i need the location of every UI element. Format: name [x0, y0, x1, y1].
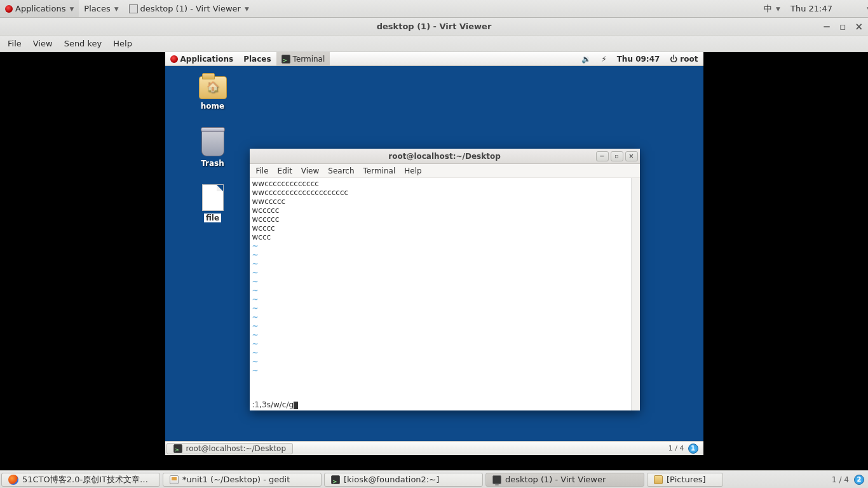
- chevron-down-icon: ▼: [776, 6, 780, 12]
- guest-places-label: Places: [243, 55, 271, 64]
- host-topbar-task[interactable]: desktop (1) - Virt Viewer ▼: [124, 0, 254, 17]
- file-icon: [202, 184, 224, 211]
- minimize-button[interactable]: −: [596, 151, 609, 161]
- guest-terminal-label: Terminal: [293, 55, 325, 64]
- monitor-icon: [492, 475, 501, 484]
- guest-volume-icon[interactable]: 🔉: [576, 55, 596, 64]
- terminal-line: wwccccc: [252, 197, 637, 206]
- window-thumb-icon: [129, 4, 138, 13]
- minimize-button[interactable]: −: [823, 21, 831, 32]
- terminal-line: wccccc: [252, 215, 637, 224]
- network-icon[interactable]: [837, 4, 848, 13]
- virt-viewer-window: desktop (1) - Virt Viewer − ▫ × File Vie…: [0, 18, 868, 470]
- desktop-icon-home[interactable]: home: [191, 76, 235, 111]
- guest-user-menu[interactable]: ⏻ root: [665, 55, 703, 64]
- term-menu-file[interactable]: File: [256, 166, 269, 175]
- vim-tilde: ~: [252, 322, 637, 330]
- vim-tilde: ~: [252, 339, 637, 348]
- virt-titlebar[interactable]: desktop (1) - Virt Viewer − ▫ ×: [0, 18, 868, 36]
- guest-places-menu[interactable]: Places: [238, 52, 276, 65]
- close-button[interactable]: ×: [855, 21, 863, 32]
- host-task-gedit[interactable]: *unit1 (~/Desktop) - gedit: [163, 473, 322, 487]
- chevron-down-icon: ▼: [245, 6, 249, 12]
- power-icon[interactable]: ▼: [858, 4, 868, 13]
- vim-tilde: ~: [252, 241, 637, 250]
- guest-pager-label: 1 / 4: [668, 444, 684, 452]
- host-places-menu[interactable]: Places ▼: [79, 0, 123, 17]
- chevron-down-icon: ▼: [69, 6, 74, 12]
- host-clock[interactable]: Thu 21:47: [785, 4, 837, 13]
- scrollbar[interactable]: [631, 178, 640, 410]
- virt-menu-file[interactable]: File: [8, 39, 22, 48]
- term-menu-terminal[interactable]: Terminal: [363, 166, 396, 175]
- vim-tilde: ~: [252, 286, 637, 295]
- redhat-icon: [170, 55, 178, 63]
- task-label: 51CTO博客2.0-原创IT技术文章…: [22, 474, 148, 485]
- workspace-badge[interactable]: 1: [688, 444, 698, 454]
- vim-command-line[interactable]: :1,3s/w/c/g: [252, 400, 299, 409]
- host-task-virt-viewer[interactable]: desktop (1) - Virt Viewer: [485, 473, 644, 487]
- desktop-icon-trash[interactable]: Trash: [191, 130, 235, 168]
- host-bottombar: 51CTO博客2.0-原创IT技术文章… *unit1 (~/Desktop) …: [0, 470, 868, 488]
- virt-menu-help[interactable]: Help: [113, 39, 132, 48]
- terminal-window: root@localhost:~/Desktop − ▫ × File Edit…: [250, 149, 640, 410]
- task-label: [kiosk@foundation2:~]: [344, 475, 439, 484]
- virt-menu-sendkey[interactable]: Send key: [64, 39, 102, 48]
- vim-tilde: ~: [252, 366, 637, 375]
- command-text: :1,3s/w/c/g: [252, 400, 294, 409]
- workspace-badge[interactable]: 2: [854, 475, 864, 485]
- virt-menu-view[interactable]: View: [33, 39, 53, 48]
- terminal-icon: [173, 444, 182, 453]
- virt-menubar: File View Send key Help: [0, 36, 868, 52]
- guest-applications-menu[interactable]: Applications: [165, 52, 239, 65]
- guest-bottombar: root@localhost:~/Desktop 1 / 4 1: [165, 441, 703, 455]
- maximize-button[interactable]: ▫: [611, 151, 623, 161]
- vim-tilde: ~: [252, 268, 637, 277]
- running-app-label: desktop (1) - Virt Viewer: [140, 4, 241, 13]
- host-pager-label: 1 / 4: [832, 475, 849, 484]
- close-button[interactable]: ×: [625, 151, 638, 161]
- vim-tilde: ~: [252, 348, 637, 357]
- ime-indicator[interactable]: 中 ▼: [759, 3, 785, 15]
- terminal-line: wcccc: [252, 224, 637, 233]
- chevron-down-icon: ▼: [114, 6, 119, 12]
- maximize-button[interactable]: ▫: [839, 21, 846, 32]
- guest-clock[interactable]: Thu 09:47: [612, 55, 665, 64]
- host-task-terminal[interactable]: [kiosk@foundation2:~]: [324, 473, 483, 487]
- terminal-line: wwcccccccccccccccccccc: [252, 188, 637, 197]
- guest-task-terminal[interactable]: Terminal: [276, 52, 330, 65]
- terminal-icon: [281, 55, 290, 64]
- host-topbar: Applications ▼ Places ▼ desktop (1) - Vi…: [0, 0, 868, 18]
- vim-tilde: ~: [252, 259, 637, 268]
- guest-network-icon[interactable]: ⚡: [596, 55, 611, 64]
- terminal-line: wccc: [252, 233, 637, 241]
- term-menu-view[interactable]: View: [301, 166, 319, 175]
- host-task-firefox[interactable]: 51CTO博客2.0-原创IT技术文章…: [1, 473, 160, 487]
- window-title: desktop (1) - Virt Viewer: [377, 22, 492, 31]
- host-applications-menu[interactable]: Applications ▼: [0, 0, 79, 17]
- task-label: *unit1 (~/Desktop) - gedit: [182, 475, 290, 484]
- term-menu-edit[interactable]: Edit: [278, 166, 292, 175]
- terminal-body[interactable]: wwccccccccccccc wwcccccccccccccccccccc w…: [250, 178, 640, 410]
- task-label: [Pictures]: [667, 475, 706, 484]
- volume-icon[interactable]: [848, 4, 858, 13]
- applications-label: Applications: [15, 4, 65, 13]
- guest-user-label: root: [680, 55, 698, 64]
- vim-tilde: ~: [252, 357, 637, 366]
- guest-applications-label: Applications: [180, 55, 234, 64]
- desktop-icon-file[interactable]: file: [191, 184, 235, 222]
- logout-icon: ⏻: [670, 55, 677, 64]
- icon-label: home: [191, 102, 235, 111]
- vim-tilde: ~: [252, 304, 637, 313]
- terminal-titlebar[interactable]: root@localhost:~/Desktop − ▫ ×: [250, 149, 640, 164]
- guest-task-button[interactable]: root@localhost:~/Desktop: [166, 443, 294, 454]
- guest-topbar: Applications Places Terminal 🔉 ⚡ Thu 09:…: [165, 52, 703, 66]
- term-menu-help[interactable]: Help: [404, 166, 421, 175]
- vm-display: Applications Places Terminal 🔉 ⚡ Thu 09:…: [0, 52, 868, 470]
- clock-label: Thu 21:47: [790, 4, 832, 13]
- host-task-pictures[interactable]: [Pictures]: [647, 473, 723, 487]
- task-label: desktop (1) - Virt Viewer: [505, 475, 606, 484]
- guest-desktop[interactable]: home Trash file root@localhost:~/Desktop…: [165, 66, 703, 441]
- terminal-icon: [331, 475, 340, 484]
- term-menu-search[interactable]: Search: [328, 166, 354, 175]
